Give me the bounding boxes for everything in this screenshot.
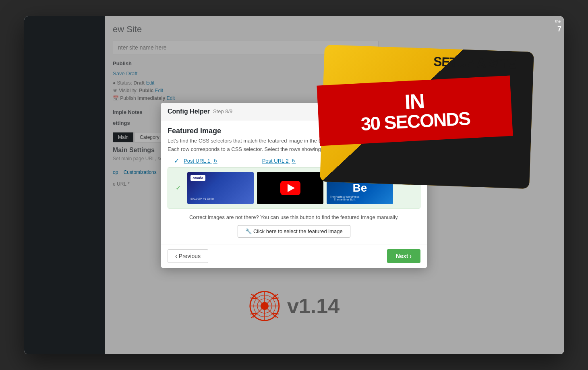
- image-selection-row[interactable]: ✓ Avada 800,000+ #1 Seller: [168, 167, 420, 209]
- main-screenshot: ew Site Publish Save Draft ● Status: Dra…: [24, 16, 564, 354]
- row-check-icon: ✓: [176, 184, 181, 191]
- wrench-icon: 🔧: [245, 228, 252, 234]
- url-check-all: ✓: [169, 157, 184, 165]
- post-url-1-link[interactable]: Post URL 1: [184, 158, 210, 164]
- wp-version-area: v1.14: [248, 290, 340, 322]
- version-number: v1.14: [287, 294, 340, 318]
- wordpress-spider-logo: [248, 290, 281, 322]
- modal-body: Featured image Let's find the CSS select…: [161, 120, 427, 244]
- post-url-2-header[interactable]: Post URL 2 ↻: [262, 158, 341, 164]
- post-url-3-header[interactable]: Post URL 3 ↻: [340, 158, 419, 164]
- previous-button[interactable]: ‹ Previous: [168, 249, 208, 263]
- checkmark-all-icon: ✓: [174, 157, 179, 164]
- modal-header: Config Helper Step 8/9: [161, 103, 427, 120]
- modal-footer: ‹ Previous Next ›: [161, 244, 427, 268]
- refresh-2-icon[interactable]: ↻: [292, 158, 296, 164]
- post-url-2-link[interactable]: Post URL 2: [262, 158, 289, 164]
- image-thumb-youtube: the 7: [257, 172, 323, 204]
- manual-select-text: Correct images are not there? You can us…: [168, 214, 420, 220]
- image-thumb-avada: Avada 800,000+ #1 Seller: [187, 172, 254, 204]
- featured-image-title: Featured image: [168, 127, 420, 135]
- post-url-3-link[interactable]: Post URL 3: [340, 158, 367, 164]
- config-helper-modal: Config Helper Step 8/9 Featured image Le…: [161, 103, 427, 268]
- select-featured-image-button[interactable]: 🔧 Click here to select the featured imag…: [238, 225, 350, 238]
- next-button[interactable]: Next ›: [387, 249, 420, 263]
- be-logo-text: Be: [353, 182, 367, 194]
- refresh-1-icon[interactable]: ↻: [213, 158, 217, 164]
- image-thumb-be: Be The Fastest WordPressTheme Ever Built: [327, 172, 393, 204]
- modal-desc1: Let's find the CSS selectors that match …: [168, 138, 420, 144]
- modal-step: Step 8/9: [213, 108, 232, 114]
- url-header-row: ✓ Post URL 1 ↻ Post URL 2 ↻ Post URL 3 ↻: [168, 155, 420, 167]
- refresh-3-icon[interactable]: ↻: [370, 158, 374, 164]
- modal-desc2: Each row corresponds to a CSS selector. …: [168, 146, 420, 152]
- modal-title: Config Helper: [168, 108, 210, 115]
- chevron-right-icon: ›: [410, 253, 412, 259]
- row-checkmark: ✓: [172, 184, 184, 192]
- youtube-play-button: [280, 181, 300, 195]
- chevron-left-icon: ‹: [175, 253, 177, 259]
- play-triangle-icon: [288, 184, 295, 192]
- post-url-1-header[interactable]: Post URL 1 ↻: [184, 158, 262, 164]
